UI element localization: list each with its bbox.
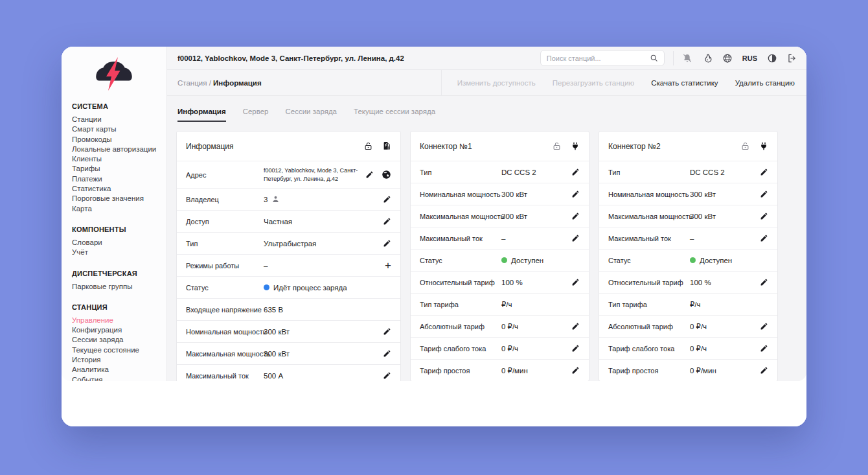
row-work-modes: Режимы работы – + [177, 254, 400, 276]
edit-icon[interactable] [383, 327, 391, 336]
sidebar-item-thresholds[interactable]: Пороговые значения [72, 194, 161, 203]
car-lightning-logo-icon [91, 57, 137, 91]
unlock-icon[interactable] [363, 141, 373, 151]
unlock-icon[interactable] [740, 141, 750, 151]
sidebar-item-current-state[interactable]: Текущее состояние [72, 345, 161, 355]
sidebar-item-accounting[interactable]: Учёт [72, 248, 161, 257]
edit-icon[interactable] [571, 344, 580, 353]
show-on-map-icon[interactable] [382, 170, 391, 180]
logout-icon[interactable] [787, 53, 797, 64]
sidebar-item-clients[interactable]: Клиенты [72, 154, 161, 164]
row-input-voltage: Входящее напряжение 635 В [177, 298, 400, 320]
sidebar-item-local-authorizations[interactable]: Локальные авторизации [72, 145, 161, 154]
breadcrumb-parent[interactable]: Станция [177, 79, 207, 87]
main-area: f00012, Yablochkov, Mode 3, Санкт-Петерб… [167, 47, 806, 381]
row-idle-tariff: Тариф простоя 0 ₽/мин [599, 359, 777, 381]
sidebar-item-charge-sessions[interactable]: Сессии заряда [72, 335, 161, 345]
edit-icon[interactable] [571, 212, 580, 220]
tab-information[interactable]: Информация [177, 108, 226, 122]
edit-icon[interactable] [571, 168, 580, 176]
plug-icon[interactable] [571, 141, 580, 151]
edit-icon[interactable] [571, 322, 580, 330]
edit-icon[interactable] [571, 366, 580, 375]
sidebar-item-tariffs[interactable]: Тарифы [72, 164, 161, 174]
row-type: Тип Ультрабыстрая [177, 232, 400, 254]
edit-icon[interactable] [571, 278, 580, 286]
edit-icon[interactable] [760, 278, 768, 286]
edit-icon[interactable] [760, 168, 768, 176]
language-globe-icon[interactable] [722, 53, 733, 64]
sidebar-item-events[interactable]: События [72, 375, 161, 381]
flame-icon[interactable] [702, 53, 713, 64]
download-statistics-button[interactable]: Скачать статистику [651, 79, 718, 87]
delete-station-button[interactable]: Удалить станцию [735, 79, 795, 87]
row-nominal-power: Номинальная мощность 300 кВт [411, 183, 589, 205]
sidebar-item-payments[interactable]: Платежи [72, 174, 161, 184]
search-icon[interactable] [650, 54, 658, 62]
row-max-power: Максимальная мощность 300 кВт [599, 205, 777, 227]
row-type: Тип DC CCS 2 [411, 161, 589, 183]
topbar: f00012, Yablochkov, Mode 3, Санкт-Петерб… [167, 47, 806, 70]
sidebar-item-statistics[interactable]: Статистика [72, 184, 161, 194]
panel-connector-2-header: Коннектор №2 [599, 132, 777, 161]
sidebar-item-dictionaries[interactable]: Словари [72, 238, 161, 248]
row-low-current-tariff: Тариф слабого тока 0 ₽/ч [411, 337, 589, 359]
panel-title: Информация [186, 142, 363, 151]
person-icon[interactable] [271, 195, 280, 203]
edit-icon[interactable] [760, 366, 768, 375]
reboot-station-button[interactable]: Перезагрузить станцию [553, 79, 635, 87]
edit-icon[interactable] [760, 212, 768, 220]
row-relative-tariff: Относительный тариф 100 % [411, 271, 589, 293]
row-owner: Владелец 3 [177, 188, 400, 210]
panel-title: Коннектор №1 [420, 142, 552, 151]
row-tariff-type: Тип тарифа ₽/ч [411, 293, 589, 315]
sidebar: СИСТЕМА Станции Смарт карты Промокоды Ло… [62, 47, 167, 381]
content-area: Информация Сервер Сессии заряда Текущие … [167, 96, 806, 381]
app-window: СИСТЕМА Станции Смарт карты Промокоды Ло… [62, 47, 806, 426]
topbar-divider [673, 51, 674, 65]
edit-icon[interactable] [760, 190, 768, 198]
edit-icon[interactable] [383, 349, 391, 358]
search-box [540, 50, 665, 66]
row-type: Тип DC CCS 2 [599, 161, 777, 183]
station-actions: Изменить доступность Перезагрузить станц… [441, 70, 806, 95]
sidebar-item-promocodes[interactable]: Промокоды [72, 135, 161, 145]
theme-toggle-icon[interactable] [767, 53, 777, 64]
charging-station-icon[interactable] [382, 141, 391, 151]
sidebar-item-analytics[interactable]: Аналитика [72, 365, 161, 375]
add-icon[interactable]: + [385, 260, 391, 271]
edit-icon[interactable] [571, 190, 580, 198]
edit-icon[interactable] [383, 239, 391, 248]
tabs: Информация Сервер Сессии заряда Текущие … [177, 108, 797, 122]
sidebar-item-park-groups[interactable]: Парковые группы [72, 282, 161, 292]
edit-icon[interactable] [383, 371, 391, 380]
sidebar-item-map[interactable]: Карта [72, 204, 161, 214]
sidebar-item-configuration[interactable]: Конфигурация [72, 325, 161, 335]
sidebar-item-management[interactable]: Управление [72, 316, 161, 325]
plug-icon[interactable] [759, 141, 768, 151]
sidebar-item-stations[interactable]: Станции [72, 115, 161, 124]
tab-server[interactable]: Сервер [243, 108, 269, 122]
notifications-muted-icon[interactable] [682, 53, 692, 64]
row-max-current: Максимальный ток – [599, 227, 777, 249]
search-input[interactable] [547, 54, 650, 62]
change-availability-button[interactable]: Изменить доступность [457, 79, 536, 87]
language-label[interactable]: RUS [742, 54, 757, 62]
logo[interactable] [72, 57, 156, 91]
app-area: СИСТЕМА Станции Смарт карты Промокоды Ло… [62, 47, 806, 381]
tab-charge-sessions[interactable]: Сессии заряда [286, 108, 337, 122]
edit-icon[interactable] [365, 170, 374, 179]
edit-icon[interactable] [760, 234, 768, 242]
edit-icon[interactable] [383, 195, 391, 203]
unlock-icon[interactable] [552, 141, 562, 151]
sidebar-section-components: КОМПОНЕНТЫ [72, 226, 161, 233]
edit-icon[interactable] [571, 234, 580, 242]
sidebar-item-history[interactable]: История [72, 355, 161, 365]
row-max-power: Максимальная мощность 300 кВт [177, 342, 400, 364]
edit-icon[interactable] [760, 344, 768, 353]
edit-icon[interactable] [383, 217, 391, 226]
sidebar-item-smart-cards[interactable]: Смарт карты [72, 124, 161, 134]
edit-icon[interactable] [760, 322, 768, 330]
row-relative-tariff: Относительный тариф 100 % [599, 271, 777, 293]
tab-current-charge-sessions[interactable]: Текущие сессии заряда [354, 108, 435, 122]
